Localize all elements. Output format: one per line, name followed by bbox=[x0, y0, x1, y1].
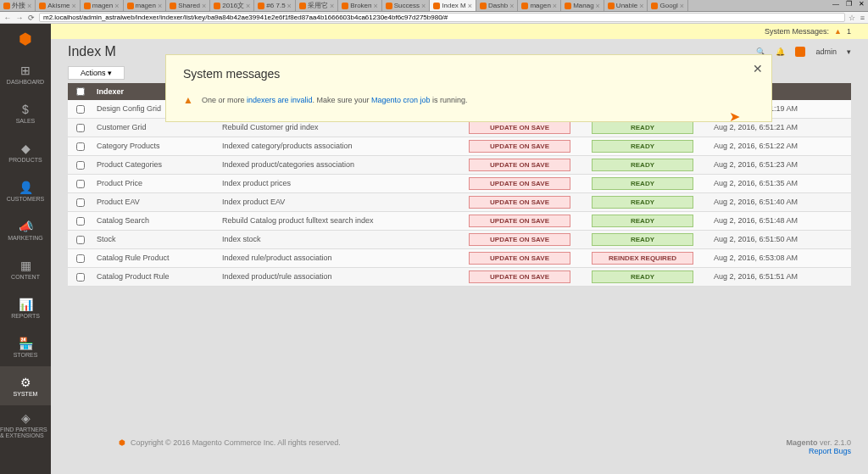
browser-tab[interactable]: Akisme× bbox=[36, 0, 81, 11]
browser-tab[interactable]: magen× bbox=[518, 0, 561, 11]
row-checkbox[interactable] bbox=[76, 198, 85, 207]
tab-close-icon[interactable]: × bbox=[72, 2, 76, 10]
nav-item-dashboard[interactable]: ⊞DASHBOARD bbox=[0, 54, 51, 93]
favicon-icon bbox=[386, 3, 392, 9]
cron-job-link[interactable]: Magento cron job bbox=[371, 96, 431, 104]
favicon-icon bbox=[3, 3, 10, 9]
tab-close-icon[interactable]: × bbox=[287, 2, 292, 10]
menu-icon[interactable]: ≡ bbox=[860, 14, 865, 22]
tab-close-icon[interactable]: × bbox=[374, 2, 378, 10]
browser-tab[interactable]: 采用它× bbox=[296, 0, 338, 11]
browser-tab[interactable]: Manag× bbox=[561, 0, 604, 11]
favicon-icon bbox=[258, 3, 264, 9]
tab-close-icon[interactable]: × bbox=[639, 2, 643, 10]
user-avatar-icon[interactable] bbox=[795, 47, 805, 57]
nav-item-customers[interactable]: 👤CUSTOMERS bbox=[0, 171, 51, 210]
nav-item-sales[interactable]: $SALES bbox=[0, 93, 51, 132]
indexers-invalid-link[interactable]: indexers are invalid bbox=[247, 96, 313, 104]
url-input[interactable] bbox=[39, 13, 845, 22]
browser-tabs: 外接×Akisme×magen×magen×Shared×2016文×#6 7.… bbox=[0, 0, 868, 12]
tab-label: Dashb bbox=[488, 2, 508, 9]
table-row: Catalog Product RuleIndexed product/rule… bbox=[68, 268, 851, 287]
tab-label: Index M bbox=[442, 2, 465, 9]
browser-tab[interactable]: 2016文× bbox=[210, 0, 254, 11]
tab-close-icon[interactable]: × bbox=[509, 2, 514, 10]
actions-button[interactable]: Actions ▾ bbox=[68, 66, 125, 80]
row-checkbox[interactable] bbox=[76, 236, 85, 244]
nav-item-find-partners-extensions[interactable]: ◈FIND PARTNERS & EXTENSIONS bbox=[0, 405, 51, 444]
user-label[interactable]: admin bbox=[815, 47, 837, 56]
notifications-icon[interactable]: 🔔 bbox=[776, 47, 785, 56]
browser-tab[interactable]: Dashb× bbox=[476, 0, 518, 11]
browser-tab[interactable]: Googl× bbox=[648, 0, 688, 11]
tab-close-icon[interactable]: × bbox=[468, 2, 472, 10]
favicon-icon bbox=[608, 3, 615, 9]
nav-item-marketing[interactable]: 📣MARKETING bbox=[0, 210, 51, 249]
tab-close-icon[interactable]: × bbox=[27, 2, 31, 10]
tab-close-icon[interactable]: × bbox=[553, 2, 557, 10]
row-description: Index product prices bbox=[219, 175, 465, 192]
tab-close-icon[interactable]: × bbox=[421, 2, 426, 10]
row-indexer: Product EAV bbox=[93, 193, 219, 211]
modal-close-icon[interactable]: ✕ bbox=[753, 62, 763, 75]
tab-close-icon[interactable]: × bbox=[330, 2, 334, 10]
browser-tab[interactable]: Success× bbox=[382, 0, 431, 11]
row-checkbox[interactable] bbox=[76, 142, 85, 151]
tab-close-icon[interactable]: × bbox=[158, 2, 162, 10]
tab-close-icon[interactable]: × bbox=[680, 2, 684, 10]
star-icon[interactable]: ☆ bbox=[849, 14, 855, 22]
back-icon[interactable]: ← bbox=[3, 14, 12, 22]
row-checkbox[interactable] bbox=[76, 273, 85, 282]
browser-tab[interactable]: 外接× bbox=[0, 0, 36, 11]
browser-tab[interactable]: Unable× bbox=[604, 0, 648, 11]
nav-icon: ⚙ bbox=[20, 376, 31, 389]
browser-tab[interactable]: magen× bbox=[124, 0, 167, 11]
nav-item-reports[interactable]: 📊REPORTS bbox=[0, 288, 51, 327]
select-all-checkbox[interactable] bbox=[76, 87, 85, 96]
reload-icon[interactable]: ⟳ bbox=[27, 14, 36, 22]
nav-item-content[interactable]: ▦CONTENT bbox=[0, 249, 51, 288]
row-indexer: Product Categories bbox=[93, 156, 219, 174]
browser-tab[interactable]: #6 7.5× bbox=[254, 0, 296, 11]
row-checkbox[interactable] bbox=[76, 124, 85, 132]
favicon-icon bbox=[299, 3, 306, 9]
table-row: Product EAVIndex product EAVUPDATE ON SA… bbox=[68, 193, 851, 212]
nav-item-products[interactable]: ◆PRODUCTS bbox=[0, 132, 51, 171]
row-checkbox[interactable] bbox=[76, 217, 85, 226]
table-row: Product CategoriesIndexed product/catego… bbox=[68, 156, 851, 175]
report-bugs-link[interactable]: Report Bugs bbox=[809, 447, 851, 455]
row-checkbox[interactable] bbox=[76, 105, 85, 114]
tab-close-icon[interactable]: × bbox=[202, 2, 206, 10]
chevron-down-icon[interactable]: ▾ bbox=[847, 47, 851, 56]
nav-item-stores[interactable]: 🏪STORES bbox=[0, 327, 51, 366]
magento-logo-icon[interactable]: ⬢ bbox=[0, 24, 51, 54]
browser-tab[interactable]: magen× bbox=[81, 0, 124, 11]
row-updated: Aug 2, 2016, 6:51:48 AM bbox=[710, 212, 851, 230]
row-checkbox[interactable] bbox=[76, 180, 85, 188]
tab-label: Akisme bbox=[47, 2, 70, 9]
close-icon[interactable]: ✕ bbox=[859, 0, 865, 11]
nav-item-system[interactable]: ⚙SYSTEM bbox=[0, 366, 51, 405]
forward-icon[interactable]: → bbox=[15, 14, 24, 22]
tab-close-icon[interactable]: × bbox=[596, 2, 600, 10]
tab-label: 外接 bbox=[12, 1, 25, 10]
mode-badge: UPDATE ON SAVE bbox=[469, 252, 570, 265]
row-indexer: Product Price bbox=[93, 175, 219, 192]
browser-tab[interactable]: Shared× bbox=[166, 0, 210, 11]
nav-label: PRODUCTS bbox=[8, 157, 42, 163]
nav-icon: 📣 bbox=[19, 220, 33, 233]
maximize-icon[interactable]: ❐ bbox=[846, 0, 852, 11]
row-checkbox[interactable] bbox=[76, 254, 85, 263]
row-checkbox[interactable] bbox=[76, 161, 85, 170]
tab-label: Manag bbox=[573, 2, 593, 9]
browser-tab[interactable]: Broken× bbox=[338, 0, 382, 11]
nav-label: FIND PARTNERS & EXTENSIONS bbox=[0, 427, 51, 438]
tab-close-icon[interactable]: × bbox=[114, 2, 119, 10]
modal-title: System messages bbox=[183, 67, 754, 81]
mode-badge: UPDATE ON SAVE bbox=[469, 270, 570, 283]
mode-badge: UPDATE ON SAVE bbox=[469, 121, 570, 134]
minimize-icon[interactable]: — bbox=[832, 0, 839, 11]
warning-icon: ▲ bbox=[183, 94, 193, 106]
browser-tab[interactable]: Index M× bbox=[430, 0, 476, 11]
tab-close-icon[interactable]: × bbox=[246, 2, 250, 10]
